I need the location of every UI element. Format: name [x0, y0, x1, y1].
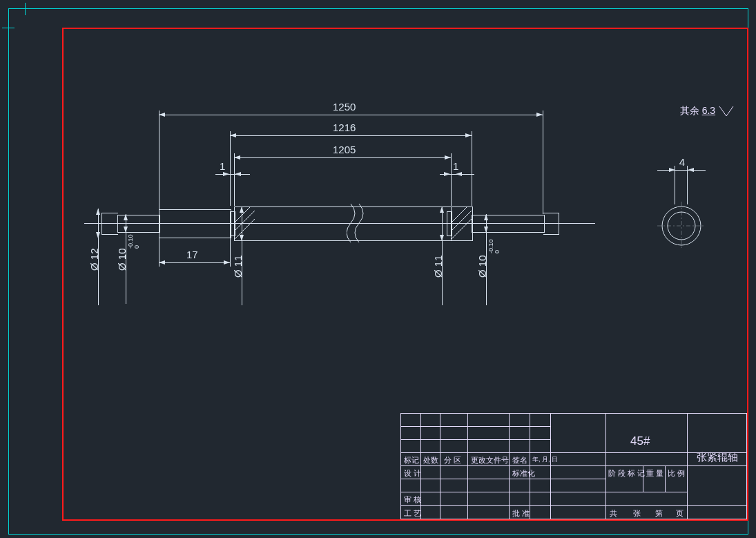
- svg-line-1: [234, 211, 255, 231]
- arrow-1l-b: [235, 172, 241, 176]
- arrow-1216-r: [465, 133, 472, 137]
- tb-col3: 更改文件号: [471, 455, 509, 465]
- arrow-17-r: [224, 260, 230, 265]
- arrow-1216-l: [230, 133, 236, 137]
- surface-finish-note: 其余 6.3: [680, 105, 735, 117]
- tb-r4c0: 工 艺: [404, 508, 421, 519]
- title-block: 45# 张紧辊轴 标记 处数 分 区 更改文件号 签名 年, 月, 日 设 计 …: [400, 413, 747, 519]
- dim-d10-right: Ø 10: [476, 255, 488, 278]
- d11r-au: [440, 206, 444, 213]
- ring-dim-line: [657, 170, 706, 171]
- tb-col2: 分 区: [444, 455, 461, 465]
- d12-au: [96, 209, 100, 215]
- tb-rb0: 共: [610, 508, 617, 519]
- tb-h2: [401, 465, 746, 466]
- tb-h3b: [401, 479, 483, 479]
- dim-1216: 1216: [333, 122, 356, 133]
- tb-rt0: 阶 段 标 记: [608, 468, 645, 479]
- dim-1250: 1250: [333, 101, 356, 113]
- d10r-au: [484, 214, 488, 220]
- tb-col4: 签名: [512, 455, 527, 465]
- tb-rb3: 页: [676, 508, 684, 519]
- tb-h4b: [605, 492, 687, 492]
- dim-1250-line: [159, 115, 543, 115]
- shaft-seg-d12: [159, 209, 231, 238]
- ring-arw-l: [669, 168, 675, 172]
- d12-ad: [96, 232, 100, 238]
- tb-r2c0: 设 计: [404, 468, 421, 479]
- tb-rb1: 张: [633, 508, 641, 519]
- d10l-au: [124, 214, 128, 220]
- tb-col0: 标记: [404, 455, 419, 465]
- dim-17: 17: [186, 249, 198, 260]
- tb-v7: [605, 414, 606, 519]
- tb-v6: [550, 414, 551, 519]
- tb-v5: [530, 414, 530, 519]
- tb-h1: [401, 452, 746, 453]
- dim-ring-w: 4: [679, 156, 685, 168]
- tb-h0a: [401, 426, 550, 427]
- tb-h4: [401, 492, 605, 492]
- tb-rb2: 第: [655, 508, 663, 519]
- drawing-border: 其余 6.3: [62, 28, 748, 521]
- shaft-end-left-cap: [101, 213, 118, 235]
- shaft-end-right-cap: [543, 213, 559, 235]
- dim-d11-left: Ø 11: [232, 255, 244, 278]
- arrow-1205-l: [234, 155, 240, 160]
- ring-arw-r: [688, 168, 694, 172]
- tb-col5: 年, 月, 日: [532, 455, 558, 464]
- tb-part-name: 张紧辊轴: [697, 451, 738, 464]
- d11r-ad: [440, 235, 444, 241]
- dim-1-left: 1: [220, 160, 225, 172]
- arrow-1250-l: [159, 113, 165, 117]
- ext-v-1205-l: [234, 153, 235, 206]
- note-value: 6.3: [702, 105, 715, 116]
- tb-v4: [509, 414, 510, 519]
- tb-r3c0: 审 核: [404, 494, 421, 505]
- dim-d11-right: Ø 11: [432, 255, 444, 278]
- hatch-left: [234, 206, 255, 240]
- frame-tick-top: [25, 3, 26, 15]
- tb-v3: [467, 414, 468, 519]
- arrow-1250-r: [536, 113, 543, 117]
- ext-v-1216-l: [230, 131, 231, 206]
- tb-v2: [440, 414, 440, 519]
- end-view-ring: [657, 202, 706, 250]
- tb-h5: [401, 505, 746, 506]
- svg-line-4: [451, 211, 472, 231]
- ext-17-r: [230, 236, 231, 267]
- tb-r4c3: 批 准: [512, 508, 530, 519]
- dim-1-right: 1: [453, 160, 458, 172]
- tb-r2c3: 标准化: [512, 468, 535, 479]
- svg-line-5: [451, 206, 467, 223]
- dim-17-line: [159, 262, 230, 263]
- note-prefix: 其余: [680, 105, 699, 116]
- dim-1-left-line: [215, 174, 250, 175]
- d10r-ad: [484, 227, 488, 233]
- dim-1205-line: [234, 157, 451, 158]
- surface-symbol-icon: [718, 105, 735, 117]
- tb-rt2: 比 例: [668, 468, 685, 479]
- tb-rt1: 重 量: [646, 468, 663, 479]
- dim-d10-left-tol: -0.10 0: [128, 234, 140, 249]
- dim-1216-line: [230, 135, 472, 136]
- svg-point-7: [668, 212, 695, 240]
- dim-d10-left: Ø 10: [116, 248, 128, 271]
- break-symbol-icon: [347, 204, 367, 242]
- tb-v8b: [665, 465, 666, 492]
- ext-v-1216-r: [472, 131, 472, 206]
- tb-h0b: [401, 439, 550, 440]
- cad-canvas: 其余 6.3: [0, 0, 756, 538]
- arrow-1l-a: [223, 172, 229, 176]
- ext-v-1250-l: [159, 111, 159, 211]
- tb-v9: [687, 414, 688, 519]
- d10l-ad: [124, 227, 128, 233]
- svg-line-3: [451, 219, 472, 240]
- ext-v-1205-r: [451, 153, 452, 206]
- d11l-ad: [240, 235, 244, 241]
- dim-1205: 1205: [333, 144, 356, 155]
- tb-material: 45#: [630, 434, 650, 448]
- arrow-17-l: [159, 260, 165, 265]
- hatch-right: [451, 206, 472, 240]
- ext-v-1250-r: [543, 111, 543, 214]
